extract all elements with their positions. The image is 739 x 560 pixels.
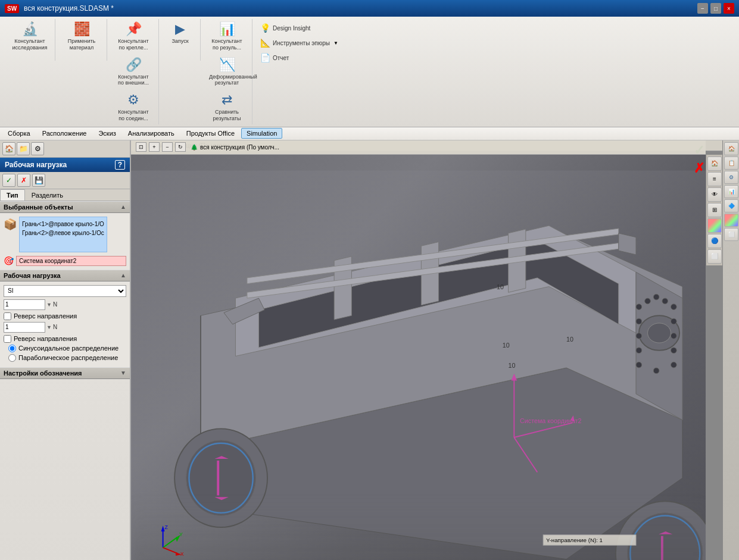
tab-split[interactable]: Разделить xyxy=(25,189,70,201)
parabolic-row: Параболическое распределение xyxy=(8,354,126,362)
vp-extra-btn[interactable]: ⬜ xyxy=(707,249,722,264)
panel-help-btn[interactable]: ? xyxy=(115,160,125,170)
panel-icon-2[interactable]: 📁 xyxy=(17,142,30,155)
viewport: 🌲 вся конструкция (По умолч... xyxy=(131,140,722,560)
launch-label: Запуск xyxy=(172,38,188,45)
panel-icon-toolbar: 🏠 📁 ⚙ xyxy=(0,140,130,158)
svg-text:10: 10 xyxy=(497,283,504,290)
menu-analyze[interactable]: Анализировать xyxy=(123,128,180,139)
viewport-cancel[interactable]: ✗ xyxy=(694,161,704,176)
svg-point-8 xyxy=(648,323,671,343)
sinusoidal-label: Синусоидальное распределение xyxy=(18,345,119,352)
research-label: Консультант исследования xyxy=(12,38,48,51)
design-insight-button[interactable]: 💡 Design Insight xyxy=(257,21,341,35)
apply-material-button[interactable]: 🧱 Применить материал xyxy=(60,19,103,54)
menu-sketch[interactable]: Эскиз xyxy=(93,128,121,139)
left-panel: 🏠 📁 ⚙ Рабочая нагрузка ? ✓ ✗ 💾 Тип Разде… xyxy=(0,140,131,560)
zoom-out-btn[interactable]: − xyxy=(162,142,173,152)
connect-label: Консультант по соедин... xyxy=(116,109,151,122)
rt-btn-5[interactable]: 🔷 xyxy=(724,199,738,212)
consultant-result-button[interactable]: 📊 Консультант по резуль... xyxy=(205,19,248,54)
minimize-button[interactable]: − xyxy=(697,3,708,14)
ribbon-group-analysis: 💡 Design Insight 📐 Инструменты эпюры ▼ 📄… xyxy=(254,19,345,64)
compare-results-button[interactable]: ⇄ Сравнить результаты xyxy=(205,90,248,124)
value2-input[interactable] xyxy=(4,322,45,333)
selected-item-1: Грань<1>@правое крыло-1/О xyxy=(22,220,104,229)
vp-layers-btn[interactable]: ≡ xyxy=(707,172,722,186)
notation-settings-header[interactable]: Настройки обозначения ▼ xyxy=(0,367,130,379)
report-button[interactable]: 📄 Отчет xyxy=(257,51,341,64)
viewport-toolbar: ✓ ✗ 🏠 ≡ 👁 ⊞ 🔵 ⬜ xyxy=(706,155,722,265)
vp-orient-btn[interactable]: ⊞ xyxy=(707,203,722,217)
panel-tabs: Тип Разделить xyxy=(0,189,130,201)
consultant-external-button[interactable]: 🔗 Консультант по внешни... xyxy=(112,55,155,89)
svg-marker-47 xyxy=(619,233,636,255)
rt-btn-3[interactable]: ⚙ xyxy=(724,171,738,184)
maximize-button[interactable]: □ xyxy=(710,3,721,14)
rt-btn-6[interactable] xyxy=(724,214,738,227)
reverse2-checkbox[interactable] xyxy=(4,335,11,343)
rt-btn-2[interactable]: 📋 xyxy=(724,157,738,170)
consultant-connect-button[interactable]: ⚙ Консультант по соедин... xyxy=(112,90,155,124)
tab-simulation[interactable]: Simulation xyxy=(241,128,282,139)
zoom-fit-btn[interactable]: ⊡ xyxy=(136,142,146,152)
vp-view-btn[interactable]: 👁 xyxy=(707,187,722,202)
sinusoidal-radio[interactable] xyxy=(8,345,16,352)
confirm-button[interactable]: ✓ xyxy=(2,174,15,187)
svg-point-18 xyxy=(636,348,642,353)
selected-objects-header[interactable]: Выбранные объекты ▲ xyxy=(0,201,130,213)
coord-system-row: 🎯 Система координат2 xyxy=(4,256,126,266)
value2-row: ▼ N xyxy=(4,322,126,333)
viewport-assembly-title: вся конструкция (По умолч... xyxy=(200,144,279,151)
svg-point-12 xyxy=(662,298,668,304)
workload-content: SI ▼ N Реверс направления ▼ N xyxy=(0,281,130,367)
svg-point-22 xyxy=(671,362,677,368)
tab-type[interactable]: Тип xyxy=(0,189,25,201)
panel-icon-3[interactable]: ⚙ xyxy=(31,142,44,155)
svg-point-11 xyxy=(653,294,659,300)
rt-btn-7[interactable]: ⬜ xyxy=(724,228,738,241)
rt-btn-4[interactable]: 📊 xyxy=(724,185,738,198)
menu-layout[interactable]: Расположение xyxy=(37,128,92,139)
rt-btn-1[interactable]: 🏠 xyxy=(724,142,738,155)
reverse1-checkbox[interactable] xyxy=(4,312,11,320)
rotate-btn[interactable]: ↻ xyxy=(175,142,186,152)
launch-button[interactable]: ▶ Запуск xyxy=(164,19,197,47)
design-insight-label: Design Insight xyxy=(273,25,310,32)
panel-icon-1[interactable]: 🏠 xyxy=(2,142,15,155)
deformed-result-button[interactable]: 📉 Деформированный результат xyxy=(205,55,248,89)
selected-item-2: Грань<2>@левое крыло-1/Ос xyxy=(22,229,104,237)
window-controls[interactable]: − □ × xyxy=(697,3,734,14)
vp-color-btn[interactable] xyxy=(707,218,722,233)
cancel-button[interactable]: ✗ xyxy=(17,174,30,187)
parabolic-radio[interactable] xyxy=(8,354,16,362)
zoom-in-btn[interactable]: + xyxy=(149,142,160,152)
result-icon: 📊 xyxy=(219,21,235,37)
workload-header[interactable]: Рабочая нагрузка ▲ xyxy=(0,270,130,281)
epure-icon: 📐 xyxy=(260,38,270,48)
design-insight-icon: 💡 xyxy=(260,23,270,33)
value1-input[interactable] xyxy=(4,299,45,310)
consultant-research-button[interactable]: 🔬 Консультант исследования xyxy=(8,19,51,54)
ribbon-toolbar: 🔬 Консультант исследования 🧱 Применить м… xyxy=(0,17,739,127)
menu-assembly[interactable]: Сборка xyxy=(2,128,36,139)
consultant-fix-button[interactable]: 📌 Консультант по крепле... xyxy=(112,19,155,54)
menu-bar: Сборка Расположение Эскиз Анализировать … xyxy=(0,127,739,140)
report-icon: 📄 xyxy=(260,53,270,62)
svg-point-13 xyxy=(671,304,677,310)
unit-dropdown[interactable]: SI xyxy=(4,285,126,297)
deformed-label: Деформированный результат xyxy=(209,74,245,87)
svg-text:10: 10 xyxy=(503,342,510,349)
panel-toolbar: ✓ ✗ 💾 xyxy=(0,172,130,189)
close-button[interactable]: × xyxy=(724,3,734,14)
vp-render-btn[interactable]: 🔵 xyxy=(707,234,722,248)
instruments-epure-button[interactable]: 📐 Инструменты эпюры ▼ xyxy=(257,36,341,49)
vp-house-btn[interactable]: 🏠 xyxy=(707,157,722,171)
save-button[interactable]: 💾 xyxy=(32,174,45,187)
external-label: Консультант по внешни... xyxy=(116,74,151,87)
svg-point-17 xyxy=(671,333,677,339)
svg-point-15 xyxy=(671,318,677,324)
menu-office[interactable]: Продукты Office xyxy=(181,128,240,139)
external-icon: 🔗 xyxy=(126,57,142,73)
main-area: 🏠 📁 ⚙ Рабочая нагрузка ? ✓ ✗ 💾 Тип Разде… xyxy=(0,140,739,560)
